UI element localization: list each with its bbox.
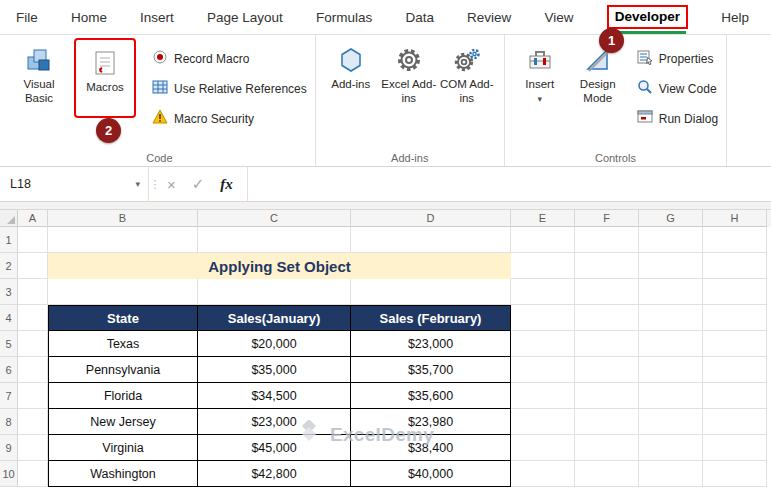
cell[interactable] (639, 461, 703, 487)
cell[interactable] (575, 331, 639, 357)
cell[interactable] (18, 253, 48, 279)
table-cell[interactable]: $35,600 (351, 383, 511, 409)
cell[interactable] (351, 279, 511, 305)
row-header-4[interactable]: 4 (0, 305, 18, 331)
row-header-7[interactable]: 7 (0, 383, 18, 409)
insert-function-icon[interactable]: fx (220, 176, 233, 193)
add-ins-button[interactable]: Add-ins (322, 37, 380, 92)
tab-review[interactable]: Review (467, 0, 511, 34)
column-header-H[interactable]: H (703, 210, 767, 227)
cell[interactable] (639, 383, 703, 409)
table-cell[interactable]: $45,000 (198, 435, 351, 461)
column-header-D[interactable]: D (351, 210, 511, 227)
cell[interactable] (18, 227, 48, 253)
cell[interactable] (575, 227, 639, 253)
formula-input[interactable] (248, 167, 771, 201)
cell[interactable] (575, 409, 639, 435)
macro-security-button[interactable]: Macro Security (152, 109, 307, 128)
cell[interactable] (575, 435, 639, 461)
table-cell[interactable]: $23,980 (351, 409, 511, 435)
cell[interactable] (511, 331, 575, 357)
row-header-8[interactable]: 8 (0, 409, 18, 435)
cell[interactable] (511, 357, 575, 383)
cell[interactable] (639, 331, 703, 357)
column-header-C[interactable]: C (198, 210, 351, 227)
row-header-1[interactable]: 1 (0, 227, 18, 253)
cell[interactable] (18, 409, 48, 435)
cell[interactable] (18, 305, 48, 331)
table-cell[interactable]: Florida (48, 383, 198, 409)
tab-file[interactable]: File (16, 0, 38, 34)
cell[interactable] (703, 279, 767, 305)
cell[interactable] (511, 305, 575, 331)
table-cell[interactable]: $40,000 (351, 461, 511, 487)
enter-icon[interactable]: ✓ (192, 175, 205, 193)
properties-button[interactable]: Properties (637, 49, 718, 68)
row-header-2[interactable]: 2 (0, 253, 18, 279)
table-cell[interactable]: $23,000 (198, 409, 351, 435)
table-cell[interactable]: $34,500 (198, 383, 351, 409)
cell[interactable] (198, 279, 351, 305)
cell[interactable] (639, 435, 703, 461)
cell[interactable] (575, 461, 639, 487)
row-header-5[interactable]: 5 (0, 331, 18, 357)
tab-help[interactable]: Help (721, 0, 749, 34)
cell[interactable] (639, 253, 703, 279)
row-header-6[interactable]: 6 (0, 357, 18, 383)
cell[interactable] (703, 305, 767, 331)
table-cell[interactable]: Texas (48, 331, 198, 357)
cell[interactable] (351, 227, 511, 253)
tab-formulas[interactable]: Formulas (316, 0, 372, 34)
cell[interactable] (198, 227, 351, 253)
column-header-A[interactable]: A (18, 210, 48, 227)
cell[interactable] (703, 331, 767, 357)
cell[interactable] (639, 409, 703, 435)
macros-button[interactable]: Macros (76, 40, 134, 116)
table-header-cell[interactable]: State (48, 305, 198, 331)
use-relative-references-button[interactable]: Use Relative References (152, 79, 307, 98)
insert-control-button[interactable]: Insert ▾ (511, 37, 569, 104)
cancel-icon[interactable]: × (167, 176, 176, 193)
cell[interactable] (703, 253, 767, 279)
row-header-9[interactable]: 9 (0, 435, 18, 461)
cell[interactable] (511, 383, 575, 409)
cell[interactable] (703, 461, 767, 487)
table-cell[interactable]: New Jersey (48, 409, 198, 435)
cell[interactable] (639, 279, 703, 305)
cell[interactable] (575, 383, 639, 409)
tab-data[interactable]: Data (405, 0, 434, 34)
cell[interactable] (511, 461, 575, 487)
cell[interactable] (639, 227, 703, 253)
cell[interactable] (48, 279, 198, 305)
view-code-button[interactable]: View Code (637, 79, 718, 98)
table-header-cell[interactable]: Sales(January) (198, 305, 351, 331)
excel-add-ins-button[interactable]: Excel Add-ins (380, 37, 438, 106)
table-cell[interactable]: $35,000 (198, 357, 351, 383)
cell[interactable] (18, 435, 48, 461)
visual-basic-button[interactable]: Visual Basic (10, 37, 68, 106)
table-cell[interactable]: $23,000 (351, 331, 511, 357)
tab-home[interactable]: Home (71, 0, 107, 34)
column-header-G[interactable]: G (639, 210, 703, 227)
row-header-3[interactable]: 3 (0, 279, 18, 305)
table-cell[interactable]: $42,800 (198, 461, 351, 487)
cell[interactable] (703, 383, 767, 409)
cell[interactable] (511, 279, 575, 305)
cell[interactable] (703, 409, 767, 435)
table-cell[interactable]: $38,400 (351, 435, 511, 461)
table-cell[interactable]: Pennsylvania (48, 357, 198, 383)
cell[interactable] (703, 435, 767, 461)
name-box[interactable]: L18 ▾ (0, 167, 149, 201)
cell[interactable] (511, 227, 575, 253)
cell[interactable] (703, 227, 767, 253)
com-add-ins-button[interactable]: COM Add-ins (438, 37, 496, 106)
cell[interactable] (18, 461, 48, 487)
tab-developer[interactable]: Developer (607, 0, 688, 34)
cell[interactable] (575, 279, 639, 305)
cell[interactable] (511, 253, 575, 279)
tab-insert[interactable]: Insert (140, 0, 174, 34)
tab-page-layout[interactable]: Page Layout (207, 0, 283, 34)
cell[interactable] (48, 227, 198, 253)
table-cell[interactable]: $20,000 (198, 331, 351, 357)
cell[interactable] (18, 331, 48, 357)
